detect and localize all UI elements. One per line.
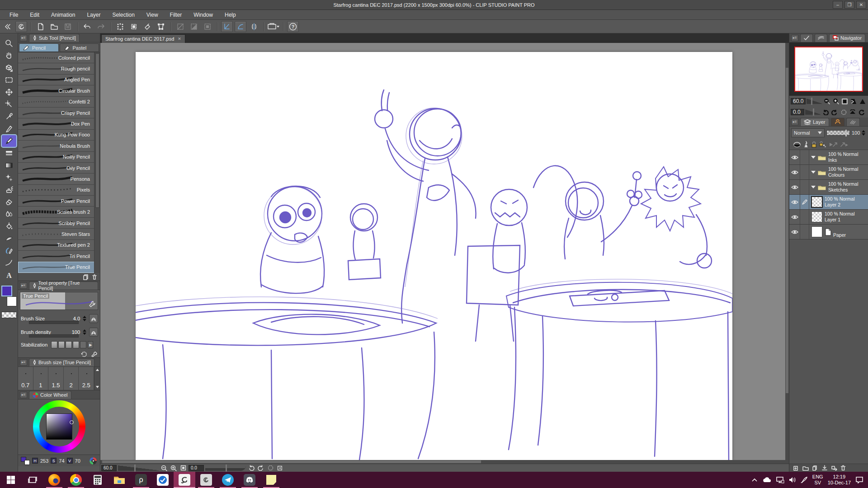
layer-thumbnail[interactable] bbox=[811, 196, 823, 208]
workspace[interactable] bbox=[100, 43, 789, 460]
nav-rotate-ccw-icon[interactable] bbox=[821, 109, 830, 116]
opacity-spinner[interactable] bbox=[862, 130, 865, 136]
taskbar-app-blue-check[interactable] bbox=[152, 472, 174, 488]
nav-reset-all-icon[interactable] bbox=[858, 109, 866, 116]
taskbar-app-firefox[interactable] bbox=[43, 472, 65, 488]
brush-item[interactable]: Nebula Brush bbox=[18, 141, 100, 151]
stabilization-blocks[interactable] bbox=[51, 341, 86, 348]
brush-item[interactable]: Oily Pencil bbox=[18, 163, 100, 174]
panel-menu-icon[interactable]: ▸≡ bbox=[20, 282, 27, 289]
brush-item[interactable]: Dox Pen bbox=[18, 118, 100, 129]
taskbar-app-calculator[interactable] bbox=[87, 472, 108, 488]
duplicate-layer-icon[interactable] bbox=[812, 465, 818, 471]
brush-item-selected[interactable]: True Pencil bbox=[18, 262, 100, 272]
brush-item[interactable]: Confetti 2 bbox=[18, 97, 100, 108]
visibility-eye-icon[interactable] bbox=[789, 195, 800, 209]
size-preset[interactable]: 0.7 bbox=[18, 367, 33, 390]
brush-item[interactable]: Colored pencil bbox=[18, 52, 100, 63]
pencil-tool-icon[interactable] bbox=[2, 135, 16, 147]
brush-item[interactable]: Textured pen 2 bbox=[18, 240, 100, 251]
operation-tool-icon[interactable] bbox=[2, 62, 16, 74]
blend-tool-icon[interactable] bbox=[2, 208, 16, 220]
help-button[interactable]: ? bbox=[287, 21, 299, 32]
navigator-preview[interactable] bbox=[789, 42, 868, 96]
layer-row[interactable]: 100 % NormalLayer 1 bbox=[789, 210, 868, 225]
menu-selection[interactable]: Selection bbox=[106, 10, 140, 20]
brush-density-dynamics-button[interactable] bbox=[89, 328, 98, 337]
tab-animation-cels[interactable] bbox=[846, 118, 860, 126]
clip-to-layer-icon[interactable] bbox=[829, 141, 838, 148]
navigator-rotation-value[interactable]: 0.0 bbox=[791, 109, 804, 115]
layer-row[interactable]: 100 % NormalInks bbox=[789, 150, 868, 165]
size-preset[interactable]: 2 bbox=[64, 367, 79, 390]
nav-rotate-cw-icon[interactable] bbox=[830, 109, 839, 116]
lock-transparent-pixels-icon[interactable] bbox=[819, 141, 826, 148]
nav-flip-canvas-icon[interactable] bbox=[849, 109, 857, 116]
transform-icon[interactable] bbox=[155, 21, 167, 32]
panel-menu-icon[interactable]: ▸≡ bbox=[20, 392, 27, 398]
collapse-status-icon[interactable] bbox=[276, 465, 284, 471]
tab-layer[interactable]: Layer bbox=[800, 118, 829, 126]
panel-menu-icon[interactable]: ▸≡ bbox=[20, 359, 27, 366]
navigator-zoom-slider[interactable] bbox=[807, 99, 822, 104]
grid-1-icon[interactable] bbox=[175, 21, 186, 32]
color-wheel-toggle-icon[interactable] bbox=[89, 457, 97, 465]
tab-pencil[interactable]: Pencil bbox=[19, 43, 59, 52]
brush-item[interactable]: Power Pencil bbox=[18, 196, 100, 206]
text-tool-icon[interactable]: A bbox=[2, 269, 16, 281]
zoom-slider[interactable] bbox=[118, 465, 159, 471]
menu-layer[interactable]: Layer bbox=[81, 10, 106, 20]
language-indicator[interactable]: ENG SV bbox=[812, 474, 823, 486]
fill-tool-icon[interactable] bbox=[2, 221, 16, 232]
taskbar-app-clip-studio[interactable] bbox=[195, 472, 217, 488]
move-tool-icon[interactable] bbox=[2, 86, 16, 98]
folder-expander[interactable] bbox=[811, 186, 816, 188]
brush-density-spinner[interactable] bbox=[83, 329, 86, 335]
brush-item[interactable]: Pixels bbox=[18, 185, 100, 196]
brush-item[interactable]: Circular Brush bbox=[18, 85, 100, 96]
background-color-swatch[interactable] bbox=[7, 296, 17, 306]
nav-fit-icon[interactable] bbox=[840, 98, 849, 105]
taskbar-app-chrome[interactable] bbox=[65, 472, 87, 488]
layer-thumbnail[interactable] bbox=[811, 211, 823, 223]
csp-logo-button[interactable] bbox=[15, 21, 27, 32]
nav-reset-rotation-icon[interactable] bbox=[840, 109, 848, 116]
panel-menu-icon[interactable]: ▸≡ bbox=[791, 119, 798, 125]
navigator-rotation-slider[interactable] bbox=[805, 109, 821, 115]
zoom-in-icon[interactable] bbox=[170, 465, 178, 471]
screen-layout-dropdown[interactable] bbox=[268, 21, 279, 32]
size-preset[interactable]: 2.5 bbox=[79, 367, 94, 390]
pin-opacity-icon[interactable] bbox=[803, 141, 809, 148]
figure-tool-icon[interactable] bbox=[2, 147, 16, 159]
snap-ruler-icon[interactable] bbox=[221, 21, 233, 32]
rotation-value[interactable]: 0.0 bbox=[189, 465, 204, 471]
gradient-tool-icon[interactable] bbox=[2, 160, 16, 171]
menu-filter[interactable]: Filter bbox=[164, 10, 188, 20]
redo-button[interactable] bbox=[95, 21, 107, 32]
new-folder-icon[interactable] bbox=[802, 465, 809, 471]
size-preset[interactable]: 1.5 bbox=[48, 367, 64, 390]
paper-thumbnail[interactable] bbox=[811, 226, 823, 238]
magic-wand-tool-icon[interactable] bbox=[2, 99, 16, 110]
foreground-color-swatch[interactable] bbox=[1, 286, 12, 296]
taskbar-app-file-explorer[interactable] bbox=[108, 472, 130, 488]
advanced-settings-icon[interactable] bbox=[90, 351, 97, 357]
clock[interactable]: 12:19 10-Dec-17 bbox=[828, 474, 851, 486]
deselect-icon[interactable] bbox=[114, 21, 126, 32]
visibility-eye-icon[interactable] bbox=[789, 180, 800, 194]
taskbar-app-sticky-notes[interactable] bbox=[260, 472, 282, 488]
brush-list-scrollbar[interactable] bbox=[94, 52, 100, 273]
new-file-button[interactable] bbox=[35, 21, 47, 32]
brush-item[interactable]: Steven Stars bbox=[18, 229, 100, 239]
opacity-value[interactable]: 100 bbox=[852, 130, 860, 136]
selection-tool-icon[interactable] bbox=[2, 74, 16, 86]
menu-edit[interactable]: Edit bbox=[24, 10, 45, 20]
brush-item[interactable]: Scales brush 2 bbox=[18, 206, 100, 217]
tab-navigator[interactable]: Navigator bbox=[829, 34, 865, 42]
mini-color-swatches[interactable] bbox=[21, 457, 30, 465]
nav-zoom-in-icon[interactable] bbox=[832, 98, 840, 105]
brush-item[interactable]: Crispy Pencil bbox=[18, 108, 100, 118]
layer-row[interactable]: Paper bbox=[789, 225, 868, 239]
tab-quick-access[interactable] bbox=[800, 34, 813, 42]
rotate-ccw-icon[interactable] bbox=[247, 465, 255, 471]
